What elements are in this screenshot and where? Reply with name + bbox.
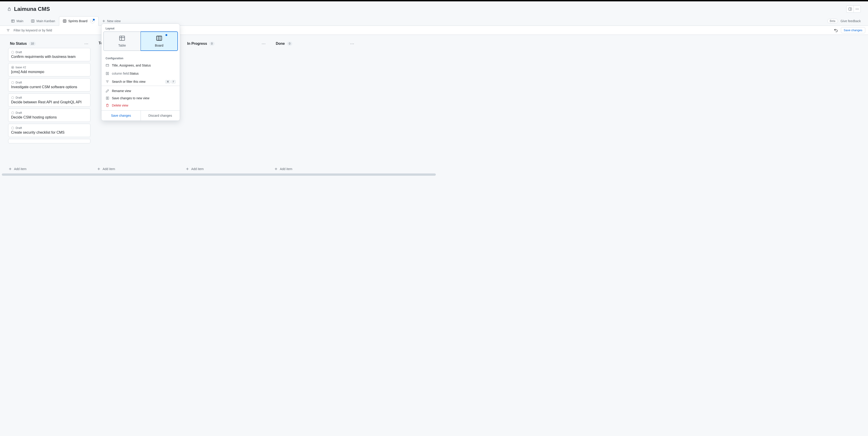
new-view-label: New view [107, 19, 121, 23]
tab-label: Main [17, 19, 23, 23]
save-new-label: Save changes to new view [112, 96, 149, 100]
layout-section-label: Layout [101, 24, 180, 31]
filter-icon[interactable] [6, 29, 10, 32]
card-title: Decide between Rest API and GraphQL API [11, 100, 88, 104]
svg-rect-1 [848, 8, 851, 10]
layout-option-label: Table [118, 43, 126, 47]
copy-icon [105, 96, 109, 100]
svg-rect-9 [31, 20, 34, 22]
layout-option-table[interactable]: Table [103, 31, 141, 51]
config-columnfield-label: column field: [112, 72, 130, 75]
column-menu-button[interactable]: ⋯ [350, 41, 354, 46]
config-fields-item[interactable]: Title, Assignees, and Status [101, 61, 180, 69]
svg-point-26 [11, 127, 14, 129]
card-status: Draft [16, 126, 22, 129]
card-status: base #2 [16, 65, 26, 69]
card[interactable]: Draft Decide between Rest API and GraphQ… [8, 93, 90, 107]
layout-option-board[interactable]: Board [141, 31, 178, 51]
svg-point-25 [11, 112, 14, 114]
card[interactable]: Draft Investigate current CSM software o… [8, 78, 90, 92]
add-item-button[interactable]: Add item [184, 165, 270, 173]
card[interactable]: Draft Create security checklist for CMS [8, 124, 90, 137]
card-status: Draft [16, 81, 22, 84]
delete-label: Delete view [112, 104, 128, 107]
delete-view-item[interactable]: Delete view [101, 102, 180, 109]
config-fields-label: Title, Assignees, and Status [112, 63, 151, 67]
board-icon [31, 19, 35, 23]
tab-label: Sprints Board [68, 19, 88, 23]
add-item-button[interactable]: Add item [272, 165, 358, 173]
menu-button[interactable] [854, 5, 861, 13]
draft-icon [11, 81, 14, 84]
kbd-f: F [171, 80, 176, 83]
tab-sprints-board[interactable]: Sprints Board [59, 16, 98, 26]
configuration-section-label: Configuration [101, 54, 180, 61]
trash-icon [105, 104, 109, 107]
config-columnfield-value: Status [130, 72, 139, 75]
svg-point-5 [858, 9, 859, 9]
column-done: Done 0 ⋯ Add item [272, 38, 358, 173]
svg-rect-44 [108, 72, 109, 75]
card[interactable] [8, 139, 90, 143]
svg-point-3 [856, 9, 857, 9]
config-search-item[interactable]: Search or filter this view ⌘F [101, 78, 180, 86]
fields-icon [105, 63, 109, 67]
column-menu-button[interactable]: ⋯ [84, 41, 89, 46]
svg-rect-35 [120, 36, 125, 40]
plus-icon [97, 167, 100, 171]
column-title: In Progress [187, 41, 207, 46]
rename-label: Rename view [112, 89, 131, 93]
rename-view-item[interactable]: Rename view [101, 87, 180, 94]
popover-save-button[interactable]: Save changes [101, 111, 141, 120]
horizontal-scrollbar[interactable] [2, 173, 436, 176]
column-count: 0 [287, 41, 292, 46]
panel-toggle-button[interactable] [846, 5, 854, 13]
view-options-popover: Layout Table Board Configuration Title, … [101, 24, 180, 121]
card-title: Create security checklist for CMS [11, 130, 88, 135]
draft-icon [11, 126, 14, 129]
svg-rect-49 [107, 97, 109, 99]
revert-button[interactable] [833, 28, 839, 33]
draft-icon [11, 51, 14, 54]
save-changes-button[interactable]: Save changes [841, 27, 865, 33]
card[interactable]: base #2 [cms] Add monorepo [8, 63, 90, 77]
layout-option-label: Board [155, 43, 163, 47]
project-header: Laimuna CMS [0, 1, 868, 14]
add-item-button[interactable]: Add item [95, 165, 181, 173]
column-count: 0 [209, 41, 215, 46]
column-count: 10 [29, 41, 36, 46]
svg-rect-48 [106, 97, 107, 99]
tab-main[interactable]: Main [7, 16, 27, 26]
popover-discard-button[interactable]: Discard changes [141, 111, 180, 120]
column-no-status: No Status 10 ⋯ Draft Confirm requirments… [6, 38, 92, 173]
plus-icon [186, 167, 189, 171]
add-item-label: Add item [191, 167, 204, 171]
config-columnfield-item[interactable]: column field:Status [101, 69, 180, 78]
save-new-view-item[interactable]: Save changes to new view [101, 94, 180, 102]
board-icon [63, 19, 66, 23]
draft-icon [11, 111, 14, 114]
card-status: Draft [16, 111, 22, 114]
tab-options-button[interactable] [90, 19, 95, 23]
svg-rect-41 [106, 64, 109, 66]
filter-icon [105, 80, 109, 83]
svg-point-20 [11, 51, 14, 53]
svg-point-4 [857, 9, 858, 9]
card-title: Confirm requirments with business team [11, 55, 88, 59]
add-item-label: Add item [103, 167, 115, 171]
add-item-button[interactable]: Add item [6, 165, 92, 173]
add-item-label: Add item [14, 167, 26, 171]
config-search-label: Search or filter this view [112, 80, 146, 83]
svg-rect-0 [8, 9, 10, 11]
card[interactable]: Draft Decide CSM hosting options [8, 109, 90, 122]
card[interactable]: Draft Confirm requirments with business … [8, 48, 90, 61]
svg-point-24 [11, 96, 14, 99]
svg-point-22 [12, 67, 13, 68]
column-title: Done [276, 41, 285, 46]
column-cards [184, 48, 270, 165]
tab-main-kanban[interactable]: Main Kanban [27, 16, 59, 26]
give-feedback-link[interactable]: Give feedback [841, 19, 861, 23]
kbd-cmd: ⌘ [165, 80, 170, 83]
plus-icon [274, 167, 278, 171]
column-menu-button[interactable]: ⋯ [261, 41, 266, 46]
